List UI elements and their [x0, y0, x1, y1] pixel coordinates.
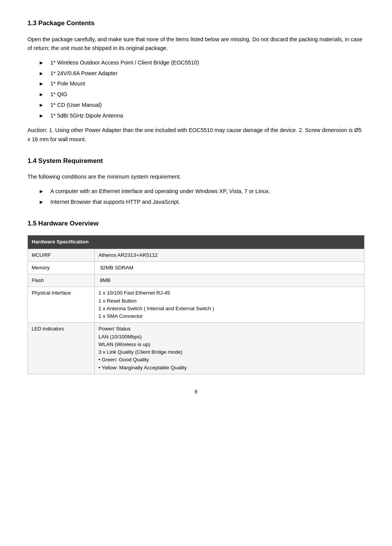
list-item: 1* 5dBi 5GHz Dipole Antenna — [40, 112, 365, 120]
table-row: MCU/RF Atheros AR2313+AR5112 — [28, 249, 365, 261]
section-1-5: 1.5 Hardware Overview Hardware Specifica… — [27, 219, 365, 374]
section-1-4-intro: The following conditions are the minimum… — [27, 172, 365, 181]
section-1-3-heading: 1.3 Package Contents — [27, 18, 365, 28]
list-item: 1* Wireless Outdoor Access Point / Clien… — [40, 59, 365, 67]
table-cell-value: 32MB SDRAM — [95, 261, 365, 274]
page-number: 6 — [27, 388, 365, 396]
section-1-4-heading: 1.4 System Requirement — [27, 156, 365, 166]
table-cell-label: Flash — [28, 274, 95, 287]
list-item: 1* Pole Mount — [40, 80, 365, 88]
list-item: 1* CD (User Manual) — [40, 101, 365, 110]
section-1-3-intro: Open the package carefully, and make sur… — [27, 35, 365, 53]
table-header-row: Hardware Specification — [28, 235, 365, 249]
list-item: Internet Browser that supports HTTP and … — [40, 198, 365, 206]
section-1-5-heading: 1.5 Hardware Overview — [27, 219, 365, 229]
section-1-4: 1.4 System Requirement The following con… — [27, 156, 365, 206]
table-row: Physical Interface 1 x 10/100 Fast Ether… — [28, 287, 365, 323]
table-cell-value: 8MB — [95, 274, 365, 287]
table-header-cell: Hardware Specification — [28, 235, 365, 249]
table-cell-label: Memory — [28, 261, 95, 274]
table-row: Flash 8MB — [28, 274, 365, 287]
caution-text: Auction: 1. Using other Power Adapter th… — [27, 126, 365, 143]
list-item: 1* 24V/0.6A Power Adapter — [40, 69, 365, 78]
table-cell-value: Atheros AR2313+AR5112 — [95, 249, 365, 261]
table-cell-label: MCU/RF — [28, 249, 95, 261]
list-item: A computer with an Ethernet interface an… — [40, 187, 365, 196]
table-cell-label: LED indicators — [28, 323, 95, 374]
table-cell-value: Power/ Status LAN (10/100Mbps) WLAN (Wir… — [95, 323, 365, 374]
table-cell-label: Physical Interface — [28, 287, 95, 323]
hardware-spec-table: Hardware Specification MCU/RF Atheros AR… — [27, 235, 365, 374]
list-item: 1* QIG — [40, 90, 365, 99]
package-contents-list: 1* Wireless Outdoor Access Point / Clien… — [40, 59, 365, 120]
section-1-3: 1.3 Package Contents Open the package ca… — [27, 18, 365, 144]
table-cell-value: 1 x 10/100 Fast Ethernet RJ-45 1 x Reset… — [95, 287, 365, 323]
table-row: LED indicators Power/ Status LAN (10/100… — [28, 323, 365, 374]
table-row: Memory 32MB SDRAM — [28, 261, 365, 274]
system-requirements-list: A computer with an Ethernet interface an… — [40, 187, 365, 206]
